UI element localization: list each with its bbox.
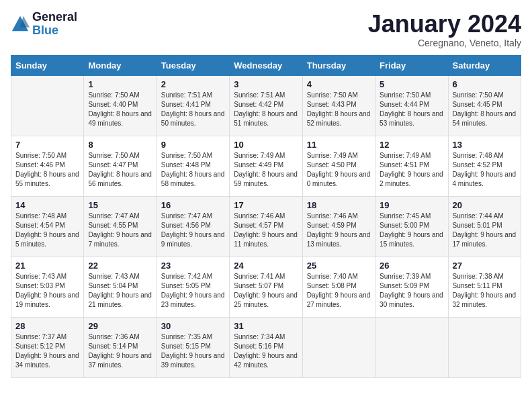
day-number: 26 (380, 261, 443, 271)
calendar-cell-w1-d6: 13Sunrise: 7:48 AMSunset: 4:52 PMDayligh… (448, 136, 521, 196)
calendar-cell-w2-d4: 18Sunrise: 7:46 AMSunset: 4:59 PMDayligh… (302, 196, 375, 257)
day-number: 6 (453, 79, 517, 89)
day-info: Sunrise: 7:43 AMSunset: 5:03 PMDaylight:… (15, 272, 79, 310)
title-section: January 2024 Ceregnano, Veneto, Italy (368, 11, 521, 48)
day-number: 24 (234, 261, 298, 271)
day-number: 27 (453, 261, 517, 271)
day-number: 30 (161, 321, 225, 331)
calendar-cell-w4-d0: 28Sunrise: 7:37 AMSunset: 5:12 PMDayligh… (11, 317, 84, 377)
day-number: 17 (234, 200, 298, 210)
calendar-cell-w3-d3: 24Sunrise: 7:41 AMSunset: 5:07 PMDayligh… (230, 257, 302, 317)
day-info: Sunrise: 7:47 AMSunset: 4:55 PMDaylight:… (88, 212, 152, 249)
day-info: Sunrise: 7:39 AMSunset: 5:09 PMDaylight:… (380, 272, 443, 310)
calendar-cell-w2-d3: 17Sunrise: 7:46 AMSunset: 4:57 PMDayligh… (230, 196, 302, 257)
logo: General Blue (11, 11, 77, 38)
calendar-cell-w4-d4 (302, 317, 375, 377)
day-info: Sunrise: 7:50 AMSunset: 4:45 PMDaylight:… (453, 91, 517, 128)
day-info: Sunrise: 7:36 AMSunset: 5:14 PMDaylight:… (88, 332, 152, 370)
day-info: Sunrise: 7:50 AMSunset: 4:40 PMDaylight:… (88, 91, 152, 128)
day-number: 29 (88, 321, 152, 331)
day-number: 7 (15, 140, 79, 150)
day-info: Sunrise: 7:50 AMSunset: 4:46 PMDaylight:… (15, 151, 79, 189)
calendar-cell-w4-d5 (375, 317, 448, 377)
day-number: 11 (307, 140, 371, 150)
logo-icon (11, 15, 30, 34)
logo-blue: Blue (32, 24, 77, 38)
day-number: 8 (88, 140, 152, 150)
calendar-cell-w0-d0 (11, 75, 84, 136)
logo-text: General Blue (32, 11, 77, 38)
day-number: 19 (380, 200, 443, 210)
day-info: Sunrise: 7:48 AMSunset: 4:54 PMDaylight:… (15, 212, 79, 249)
day-number: 21 (15, 261, 79, 271)
day-number: 18 (307, 200, 371, 210)
calendar-cell-w2-d6: 20Sunrise: 7:44 AMSunset: 5:01 PMDayligh… (448, 196, 521, 257)
calendar-cell-w0-d1: 1Sunrise: 7:50 AMSunset: 4:40 PMDaylight… (84, 75, 157, 136)
calendar-cell-w3-d2: 23Sunrise: 7:42 AMSunset: 5:05 PMDayligh… (157, 257, 229, 317)
col-monday: Monday (84, 55, 157, 75)
calendar-cell-w0-d5: 5Sunrise: 7:50 AMSunset: 4:44 PMDaylight… (375, 75, 448, 136)
day-info: Sunrise: 7:34 AMSunset: 5:16 PMDaylight:… (234, 332, 298, 370)
calendar-cell-w4-d2: 30Sunrise: 7:35 AMSunset: 5:15 PMDayligh… (157, 317, 229, 377)
calendar-cell-w1-d0: 7Sunrise: 7:50 AMSunset: 4:46 PMDaylight… (11, 136, 84, 196)
day-info: Sunrise: 7:49 AMSunset: 4:50 PMDaylight:… (307, 151, 371, 189)
day-info: Sunrise: 7:38 AMSunset: 5:11 PMDaylight:… (453, 272, 517, 310)
day-info: Sunrise: 7:51 AMSunset: 4:41 PMDaylight:… (161, 91, 225, 128)
col-thursday: Thursday (302, 55, 375, 75)
day-number: 31 (234, 321, 298, 331)
day-number: 14 (15, 200, 79, 210)
calendar-cell-w3-d0: 21Sunrise: 7:43 AMSunset: 5:03 PMDayligh… (11, 257, 84, 317)
day-number: 16 (161, 200, 225, 210)
day-info: Sunrise: 7:45 AMSunset: 5:00 PMDaylight:… (380, 212, 443, 249)
day-info: Sunrise: 7:46 AMSunset: 4:57 PMDaylight:… (234, 212, 298, 249)
day-info: Sunrise: 7:41 AMSunset: 5:07 PMDaylight:… (234, 272, 298, 310)
day-number: 10 (234, 140, 298, 150)
day-number: 20 (453, 200, 517, 210)
logo-general: General (32, 11, 77, 24)
header-row: Sunday Monday Tuesday Wednesday Thursday… (11, 55, 521, 75)
calendar-header: Sunday Monday Tuesday Wednesday Thursday… (11, 55, 521, 75)
day-number: 22 (88, 261, 152, 271)
day-number: 13 (453, 140, 517, 150)
calendar-cell-w3-d1: 22Sunrise: 7:43 AMSunset: 5:04 PMDayligh… (84, 257, 157, 317)
day-info: Sunrise: 7:46 AMSunset: 4:59 PMDaylight:… (307, 212, 371, 249)
calendar-cell-w4-d3: 31Sunrise: 7:34 AMSunset: 5:16 PMDayligh… (230, 317, 302, 377)
day-number: 4 (307, 79, 371, 89)
day-info: Sunrise: 7:44 AMSunset: 5:01 PMDaylight:… (453, 212, 517, 249)
calendar-cell-w3-d6: 27Sunrise: 7:38 AMSunset: 5:11 PMDayligh… (448, 257, 521, 317)
col-tuesday: Tuesday (157, 55, 229, 75)
calendar-week-1: 7Sunrise: 7:50 AMSunset: 4:46 PMDaylight… (11, 136, 521, 196)
day-info: Sunrise: 7:50 AMSunset: 4:43 PMDaylight:… (307, 91, 371, 128)
col-sunday: Sunday (11, 55, 84, 75)
day-info: Sunrise: 7:50 AMSunset: 4:47 PMDaylight:… (88, 151, 152, 189)
calendar-cell-w2-d1: 15Sunrise: 7:47 AMSunset: 4:55 PMDayligh… (84, 196, 157, 257)
calendar-table: Sunday Monday Tuesday Wednesday Thursday… (11, 55, 521, 378)
day-number: 2 (161, 79, 225, 89)
day-number: 15 (88, 200, 152, 210)
calendar-cell-w4-d6 (448, 317, 521, 377)
day-info: Sunrise: 7:40 AMSunset: 5:08 PMDaylight:… (307, 272, 371, 310)
day-number: 5 (380, 79, 443, 89)
col-friday: Friday (375, 55, 448, 75)
day-info: Sunrise: 7:47 AMSunset: 4:56 PMDaylight:… (161, 212, 225, 249)
calendar-week-3: 21Sunrise: 7:43 AMSunset: 5:03 PMDayligh… (11, 257, 521, 317)
calendar-cell-w2-d2: 16Sunrise: 7:47 AMSunset: 4:56 PMDayligh… (157, 196, 229, 257)
day-number: 28 (15, 321, 79, 331)
calendar-cell-w1-d3: 10Sunrise: 7:49 AMSunset: 4:49 PMDayligh… (230, 136, 302, 196)
day-number: 9 (161, 140, 225, 150)
day-info: Sunrise: 7:51 AMSunset: 4:42 PMDaylight:… (234, 91, 298, 128)
calendar-cell-w1-d5: 12Sunrise: 7:49 AMSunset: 4:51 PMDayligh… (375, 136, 448, 196)
day-number: 25 (307, 261, 371, 271)
calendar-cell-w2-d0: 14Sunrise: 7:48 AMSunset: 4:54 PMDayligh… (11, 196, 84, 257)
calendar-cell-w1-d4: 11Sunrise: 7:49 AMSunset: 4:50 PMDayligh… (302, 136, 375, 196)
page-header: General Blue January 2024 Ceregnano, Ven… (11, 11, 521, 48)
location: Ceregnano, Veneto, Italy (368, 38, 521, 48)
calendar-cell-w1-d1: 8Sunrise: 7:50 AMSunset: 4:47 PMDaylight… (84, 136, 157, 196)
day-info: Sunrise: 7:35 AMSunset: 5:15 PMDaylight:… (161, 332, 225, 370)
calendar-cell-w3-d5: 26Sunrise: 7:39 AMSunset: 5:09 PMDayligh… (375, 257, 448, 317)
calendar-cell-w1-d2: 9Sunrise: 7:50 AMSunset: 4:48 PMDaylight… (157, 136, 229, 196)
day-info: Sunrise: 7:43 AMSunset: 5:04 PMDaylight:… (88, 272, 152, 310)
day-info: Sunrise: 7:50 AMSunset: 4:48 PMDaylight:… (161, 151, 225, 189)
calendar-week-0: 1Sunrise: 7:50 AMSunset: 4:40 PMDaylight… (11, 75, 521, 136)
calendar-cell-w4-d1: 29Sunrise: 7:36 AMSunset: 5:14 PMDayligh… (84, 317, 157, 377)
